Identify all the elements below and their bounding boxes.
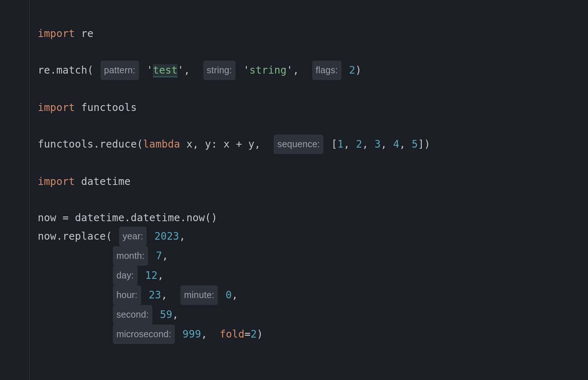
function-name: match: [56, 64, 87, 76]
code-editor[interactable]: import re re.match( pattern: 'test', str…: [0, 0, 588, 380]
inlay-hint: minute:: [180, 285, 218, 305]
keyword-import: import: [38, 175, 75, 187]
identifier: now: [38, 212, 56, 224]
code-area[interactable]: import re re.match( pattern: 'test', str…: [30, 0, 431, 380]
inlay-hint: hour:: [113, 285, 141, 305]
lambda-body: x + y: [224, 138, 254, 150]
comma: ,: [381, 138, 393, 150]
inlay-hint: flags:: [312, 61, 342, 80]
code-line: import functools: [38, 102, 137, 113]
keyword-lambda: lambda: [143, 138, 180, 150]
comma: ,: [158, 269, 164, 281]
named-argument: fold: [220, 328, 244, 340]
string-literal: string: [249, 64, 286, 76]
comma: ,: [362, 138, 375, 150]
number-literal: 12: [145, 269, 158, 281]
code-line: now.replace( year: 2023,: [38, 230, 185, 242]
number-literal: 4: [393, 138, 399, 150]
comma: ,: [254, 138, 261, 150]
function-name: reduce: [100, 138, 137, 150]
string-quote: ': [287, 64, 293, 76]
string-quote: ': [177, 64, 184, 76]
comma: ,: [293, 64, 299, 76]
bracket-close: ]: [418, 138, 424, 150]
inlay-hint: string:: [203, 61, 236, 80]
number-literal: 59: [160, 309, 172, 321]
number-literal: 2: [349, 64, 355, 76]
string-quote: ': [147, 64, 153, 76]
paren-close: ): [355, 64, 362, 76]
keyword-import: import: [38, 102, 75, 113]
code-line: day: 12,: [38, 269, 164, 281]
identifier: re: [38, 64, 50, 76]
inlay-hint: pattern:: [101, 61, 139, 80]
number-literal: 0: [226, 289, 232, 301]
inlay-hint: second:: [113, 305, 152, 325]
comma: ,: [232, 289, 238, 301]
code-line: second: 59,: [38, 309, 179, 321]
number-literal: 2: [356, 138, 362, 150]
code-line: import re: [38, 28, 94, 40]
code-line: now = datetime.datetime.now(): [38, 212, 217, 224]
code-line: microsecond: 999, fold=2): [38, 328, 263, 340]
comma: ,: [162, 250, 168, 262]
bracket-open: [: [331, 138, 338, 150]
comma: ,: [161, 289, 167, 301]
module-name: re: [81, 28, 93, 40]
number-literal: 1: [338, 138, 344, 150]
function-name: replace: [62, 230, 106, 242]
number-literal: 7: [156, 250, 162, 262]
code-line: re.match( pattern: 'test', string: 'stri…: [38, 64, 362, 76]
comma: ,: [179, 230, 185, 242]
paren-open: (: [106, 230, 112, 242]
paren-open: (: [137, 138, 143, 150]
inlay-hint: month:: [113, 246, 148, 266]
expression: datetime.datetime.now(): [75, 212, 217, 224]
dot: .: [50, 64, 56, 76]
module-name: functools: [81, 102, 137, 113]
number-literal: 5: [412, 138, 418, 150]
dot: .: [94, 138, 100, 150]
equals: =: [244, 328, 250, 340]
code-line: month: 7,: [38, 250, 168, 262]
paren-close: ): [424, 138, 430, 150]
string-literal: test: [153, 64, 177, 77]
module-name: datetime: [81, 175, 130, 187]
identifier: now: [38, 230, 56, 242]
identifier: functools: [38, 138, 94, 150]
paren-open: (: [87, 64, 93, 76]
number-literal: 3: [375, 138, 381, 150]
paren-close: ): [257, 328, 263, 340]
number-literal: 999: [183, 328, 201, 340]
number-literal: 2: [251, 328, 257, 340]
comma: ,: [344, 138, 356, 150]
number-literal: 2023: [154, 230, 179, 242]
comma: ,: [184, 64, 190, 76]
lambda-params: x, y: [186, 138, 211, 150]
inlay-hint: day:: [113, 266, 138, 285]
dot: .: [56, 230, 62, 242]
inlay-hint: microsecond:: [113, 325, 175, 344]
code-line: import datetime: [38, 175, 131, 187]
number-literal: 23: [149, 289, 161, 301]
keyword-import: import: [38, 28, 75, 40]
inlay-hint: sequence:: [274, 135, 323, 154]
comma: ,: [399, 138, 412, 150]
string-quote: ': [243, 64, 249, 76]
comma: ,: [201, 328, 207, 340]
gutter: [0, 0, 30, 380]
colon: :: [211, 138, 217, 150]
equals: =: [62, 212, 69, 224]
code-line: hour: 23, minute: 0,: [38, 289, 238, 301]
comma: ,: [172, 309, 179, 321]
inlay-hint: year:: [119, 227, 147, 246]
code-line: functools.reduce(lambda x, y: x + y, seq…: [38, 138, 430, 150]
